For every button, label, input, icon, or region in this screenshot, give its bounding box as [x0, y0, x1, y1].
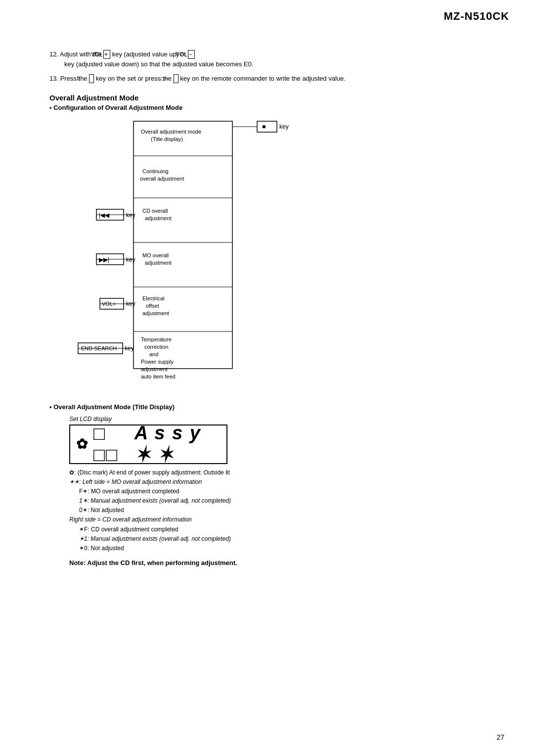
bottom-note: Note: Adjust the CD first, when performi… [69, 559, 504, 567]
svg-text:Overall adjustment mode: Overall adjustment mode [141, 129, 201, 135]
svg-text:adjustment: adjustment [145, 260, 172, 266]
svg-text:adjustment: adjustment [141, 366, 168, 372]
page-header-title: MZ-N510CK [444, 10, 509, 23]
config-bullet-title: • Configuration of Overall Adjustment Mo… [49, 104, 504, 111]
lcd-display: ✿ □ □□ A s s y ✶ ✶ [69, 425, 227, 464]
notes-list: ✿: (Disc mark) At end of power supply ad… [69, 468, 504, 554]
svg-text:key: key [126, 256, 135, 263]
svg-text:|◀◀: |◀◀ [99, 212, 110, 219]
note-1-star: 1✶: Manual adjustment exists (overall ad… [79, 496, 504, 506]
svg-text:Power supply: Power supply [141, 359, 174, 365]
svg-text:▶▶|: ▶▶| [99, 256, 109, 263]
svg-text:and: and [149, 351, 158, 357]
diagram-container: ■ key Overall adjustment mode (Title dis… [69, 116, 346, 393]
svg-text:overall adjustment: overall adjustment [140, 176, 184, 182]
svg-text:Temperature: Temperature [141, 336, 172, 342]
note-f-star: F✶: MO overall adjustment completed [79, 487, 504, 496]
lcd-section: Set LCD display ✿ □ □□ A s s y ✶ ✶ ✿: (D… [69, 416, 504, 567]
lcd-digits: □ □□ [93, 423, 127, 466]
svg-text:adjustment: adjustment [145, 215, 172, 221]
step-12: 12. Adjust with the VOL + key (adjusted … [49, 49, 504, 69]
note-left-side: ✶✶: Left side = MO overall adjustment in… [69, 477, 504, 487]
note-star-0: ✶0: Not adjusted [79, 544, 504, 553]
svg-text:■: ■ [262, 123, 266, 130]
adjustment-diagram: ■ key Overall adjustment mode (Title dis… [69, 116, 346, 393]
svg-text:offset: offset [146, 303, 159, 309]
note-right-side: Right side = CD overall adjustment infor… [69, 515, 504, 524]
svg-text:Continuing: Continuing [142, 168, 169, 174]
svg-text:auto item feed: auto item feed [141, 374, 176, 379]
svg-text:key: key [126, 212, 135, 219]
note-disc: ✿: (Disc mark) At end of power supply ad… [69, 468, 504, 477]
overall-adjustment-section: Overall Adjustment Mode • Configuration … [49, 94, 504, 567]
lcd-label: Set LCD display [69, 416, 504, 423]
step-13: 13. Press the II key on the set or press… [49, 74, 504, 84]
svg-text:(Title display): (Title display) [151, 136, 183, 142]
page: MZ-N510CK 12. Adjust with the VOL + key … [0, 0, 534, 756]
vol-plus-key: VOL + [103, 50, 110, 59]
vol-minus-key: VOL − [188, 50, 195, 59]
svg-text:MO overall: MO overall [142, 252, 169, 258]
note-0-star: 0✶: Not adjusted [79, 506, 504, 515]
page-number: 27 [496, 733, 504, 741]
lcd-assy-text: A s s y ✶ ✶ [134, 423, 221, 466]
section-title: Overall Adjustment Mode [49, 94, 504, 102]
title-display-bullet: • Overall Adjustment Mode (Title Display… [49, 403, 504, 411]
svg-text:correction: correction [144, 344, 168, 350]
pause-key: II [89, 74, 94, 83]
note-star-1: ✶1: Manual adjustment exists (overall ad… [79, 534, 504, 544]
svg-text:CD overall: CD overall [142, 208, 168, 214]
intro-section: 12. Adjust with the VOL + key (adjusted … [49, 49, 504, 84]
remote-key: □− [174, 74, 178, 83]
svg-text:Electrical: Electrical [142, 295, 165, 301]
note-star-f: ✶F: CD overall adjustment completed [79, 525, 504, 534]
disc-icon: ✿ [76, 436, 89, 452]
svg-text:adjustment: adjustment [142, 310, 169, 316]
svg-text:key: key [279, 123, 289, 130]
svg-rect-1 [257, 121, 277, 132]
